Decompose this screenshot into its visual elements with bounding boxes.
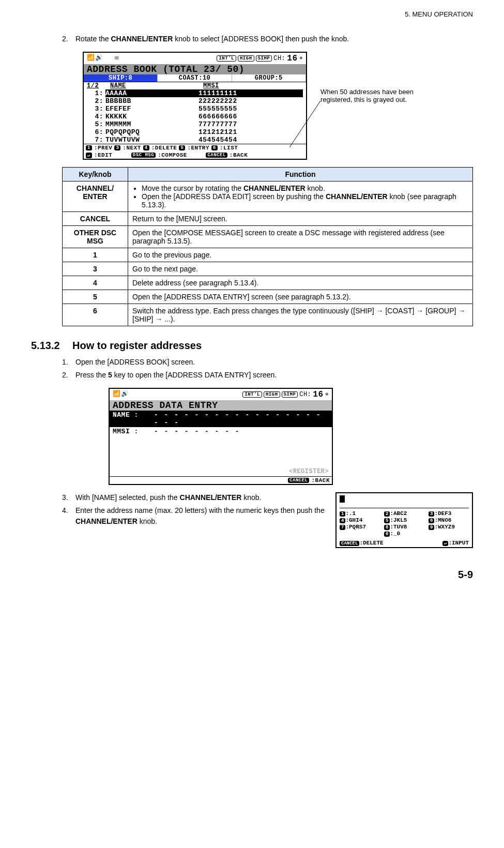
softkey-label: :PREV [94, 145, 113, 151]
lcd-entry-wrap: 📶🔊 INT'L HIGH SIMP CH: 16 ⌖ ADDRESS DATA… [109, 388, 473, 485]
col-name: NAME [110, 82, 203, 89]
table-row: OTHER DSC MSGOpen the [COMPOSE MESSAGE] … [63, 226, 473, 248]
step-2: 2. Rotate the CHANNEL/ENTER knob to sele… [62, 34, 473, 44]
text: Rotate the [75, 35, 111, 43]
softkey-6[interactable]: 6 [211, 145, 218, 150]
tab-row: SHIP:8 COAST:10 GROUP:5 [84, 74, 306, 82]
keypad-key: 1:.1 [340, 510, 380, 517]
step-text: Enter the address name (max. 20 letters)… [75, 505, 325, 527]
step-text: Rotate the CHANNEL/ENTER knob to select … [75, 34, 349, 44]
antenna-icon: 📶🔊 ✉ [87, 54, 119, 63]
table-row: 3Go to the next page. [63, 262, 473, 276]
softkey-dsc[interactable]: DSC MSG [131, 153, 156, 158]
entry-label: NAME : [113, 411, 154, 427]
keypad-key [429, 531, 469, 537]
cell-key: CHANNEL/ ENTER [63, 181, 128, 212]
key-8[interactable]: 8 [384, 525, 390, 530]
step-3: 3. With [NAME] selected, push the CHANNE… [62, 492, 325, 503]
keypad-cancel[interactable]: CANCEL [340, 541, 359, 546]
key-7[interactable]: 7 [340, 525, 345, 530]
tab-ship[interactable]: SHIP:8 [84, 74, 158, 82]
table-row: CANCELReturn to the [MENU] screen. [63, 212, 473, 226]
page-indicator: 1/2 [87, 82, 110, 89]
row-mmsi: 555555555 [198, 105, 303, 113]
softkey-5[interactable]: 5 [179, 145, 185, 150]
tab-group[interactable]: GROUP:5 [232, 74, 306, 82]
softkey-row-1: 1:PREV 3:NEXT 4:DELETE 5:ENTRY 6:LIST [84, 144, 306, 152]
cell-function: Delete address (see paragraph 5.13.4). [128, 276, 473, 290]
row-name: EFEFEF [105, 105, 198, 113]
section-title: How to register addresses [72, 340, 202, 351]
key-6[interactable]: 6 [429, 518, 434, 523]
list-row[interactable]: 1:AAAAA111111111 [84, 89, 306, 97]
key-4[interactable]: 4 [340, 518, 345, 523]
page-number: 5-9 [31, 569, 473, 581]
section-heading: 5.13.2How to register addresses [31, 340, 473, 352]
row-num: 7: [87, 136, 105, 144]
lcd-status-bar: 📶🔊 ✉ INT'L HIGH SIMP CH: 16 ⌖ [84, 53, 306, 64]
bold: CHANNEL/ENTER [75, 517, 138, 525]
row-mmsi: 222222222 [198, 97, 303, 105]
ch-label: CH: [273, 55, 285, 62]
row-mmsi: 454545454 [198, 136, 303, 144]
softkey-4[interactable]: 4 [143, 145, 149, 150]
step-number: 2. [62, 34, 75, 44]
list-row[interactable]: 5:MMMMMM777777777 [84, 120, 306, 128]
entry-row[interactable]: NAME :- - - - - - - - - - - - - - - - - … [110, 411, 332, 427]
table-row: 4Delete address (see paragraph 5.13.4). [63, 276, 473, 290]
softkey-label: :COMPOSE [158, 152, 187, 158]
cell-key: CANCEL [63, 212, 128, 226]
keypad-enter[interactable]: ↵ [442, 541, 448, 546]
ch-label: CH: [299, 391, 311, 398]
text: Enter the address name (max. 20 letters)… [75, 506, 325, 514]
list-row[interactable]: 7:TUVWTUVW454545454 [84, 136, 306, 144]
row-name: MMMMMM [105, 120, 198, 128]
cell-key: 6 [63, 304, 128, 326]
softkey-cancel[interactable]: CANCEL [206, 153, 227, 158]
lcd-address-entry: 📶🔊 INT'L HIGH SIMP CH: 16 ⌖ ADDRESS DATA… [109, 388, 333, 485]
key-1[interactable]: 1 [340, 511, 345, 517]
col-mmsi: MMSI [203, 82, 303, 89]
softkey-1[interactable]: 1 [86, 145, 92, 150]
softkey-3[interactable]: 3 [114, 145, 120, 150]
cell-function: Go to the previous page. [128, 248, 473, 262]
keypad-label: :INPUT [448, 540, 469, 546]
entry-row[interactable]: MMSI :- - - - - - - - - [110, 427, 332, 436]
row-name: PQPQPQPQ [105, 128, 198, 136]
step: 2.Press the 5 key to open the [ADDRESS D… [62, 370, 473, 381]
step-number: 4. [62, 505, 75, 527]
keypad-key: 0:_0 [384, 531, 424, 537]
key-0[interactable]: 0 [384, 532, 390, 537]
softkey-label: :DELETE [151, 145, 177, 151]
lcd-address-book-wrap: 📶🔊 ✉ INT'L HIGH SIMP CH: 16 ⌖ ADDRESS BO… [83, 52, 473, 160]
keypad-key: 5:JKL5 [384, 517, 424, 523]
row-name: BBBBBB [105, 97, 198, 105]
list-row[interactable]: 3:EFEFEF555555555 [84, 105, 306, 113]
entry-value: - - - - - - - - - - - - - - - - - - - - [154, 411, 329, 427]
lcd-status-bar: 📶🔊 INT'L HIGH SIMP CH: 16 ⌖ [110, 389, 332, 400]
section-number: 5.13.2 [31, 340, 72, 352]
keypad-key: 3:DEF3 [429, 510, 469, 517]
key-9[interactable]: 9 [429, 525, 434, 530]
text: knob. [241, 493, 261, 502]
softkey-enter[interactable]: ↵ [86, 153, 92, 158]
lcd-title: ADDRESS BOOK (TOTAL 23/ 50) [84, 64, 306, 74]
key-3[interactable]: 3 [429, 511, 434, 517]
lcd-title: ADDRESS DATA ENTRY [110, 400, 332, 411]
step-number: 2. [62, 370, 75, 381]
antenna-icon: 📶🔊 [113, 390, 129, 399]
cell-function: Move the cursor by rotating the CHANNEL/… [128, 181, 473, 212]
row-name: KKKKK [105, 113, 198, 120]
key-5[interactable]: 5 [384, 518, 390, 523]
step-4: 4. Enter the address name (max. 20 lette… [62, 505, 325, 527]
th-function: Function [128, 168, 473, 181]
list-row[interactable]: 6:PQPQPQPQ121212121 [84, 128, 306, 136]
list-row[interactable]: 4:KKKKK666666666 [84, 113, 306, 120]
th-key: Key/knob [63, 168, 128, 181]
softkey-row: CANCEL:BACK [110, 476, 332, 484]
list-row[interactable]: 2:BBBBBB222222222 [84, 97, 306, 105]
key-2[interactable]: 2 [384, 511, 390, 517]
softkey-cancel[interactable]: CANCEL [288, 478, 309, 483]
register-label: <REGISTER> [110, 467, 332, 476]
tab-coast[interactable]: COAST:10 [158, 74, 232, 82]
